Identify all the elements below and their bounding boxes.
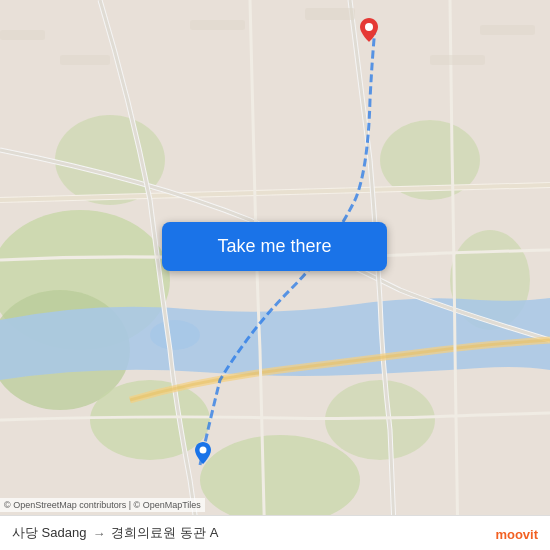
map-background	[0, 0, 550, 550]
destination-pin	[360, 18, 378, 40]
origin-pin	[195, 442, 211, 462]
route-to: 경희의료원 동관 A	[111, 524, 218, 542]
svg-rect-14	[430, 55, 485, 65]
svg-rect-10	[305, 8, 355, 20]
svg-rect-12	[60, 55, 110, 65]
moovit-logo: moovit	[495, 527, 538, 542]
svg-rect-15	[480, 25, 535, 35]
map-attribution: © OpenStreetMap contributors | © OpenMap…	[0, 498, 205, 512]
bottom-bar: 사당 Sadang → 경희의료원 동관 A moovit	[0, 515, 550, 550]
map-container: Take me there © OpenStreetMap contributo…	[0, 0, 550, 550]
take-me-there-button[interactable]: Take me there	[162, 222, 387, 271]
route-arrow: →	[92, 526, 105, 541]
svg-rect-13	[190, 20, 245, 30]
route-from: 사당 Sadang	[12, 524, 86, 542]
svg-point-7	[200, 435, 360, 525]
svg-point-9	[150, 320, 200, 350]
svg-point-17	[200, 447, 207, 454]
svg-point-16	[365, 23, 373, 31]
svg-rect-11	[0, 30, 45, 40]
